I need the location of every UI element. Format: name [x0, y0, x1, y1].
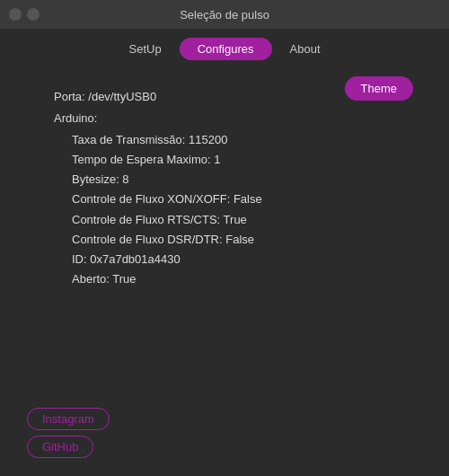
arduino-label: Arduino: [54, 109, 395, 128]
field-dsr-dtr: Controle de Fluxo DSR/DTR: False [72, 230, 395, 250]
minimize-button[interactable] [27, 8, 40, 21]
tab-about[interactable]: About [272, 38, 339, 60]
port-label: Porta: /dev/ttyUSB0 [54, 87, 395, 107]
field-xon-xoff: Controle de Fluxo XON/XOFF: False [72, 190, 395, 209]
tab-setup[interactable]: SetUp [111, 38, 180, 60]
footer-links: Instagram GitHub [27, 408, 110, 458]
instagram-button[interactable]: Instagram [27, 408, 110, 430]
field-id: ID: 0x7a7db01a4430 [72, 250, 395, 269]
field-rts-cts: Controle de Fluxo RTS/CTS: True [72, 210, 395, 230]
github-button[interactable]: GitHub [27, 436, 93, 458]
field-timeout: Tempo de Espera Maximo: 1 [72, 150, 395, 170]
window-controls [9, 8, 40, 21]
window-title: Seleção de pulso [180, 8, 269, 22]
main-content: Porta: /dev/ttyUSB0 Arduino: Taxa de Tra… [0, 69, 449, 307]
tab-configures[interactable]: Configures [180, 38, 272, 60]
close-button[interactable] [9, 8, 22, 21]
arduino-fields: Taxa de Transmissão: 115200 Tempo de Esp… [54, 130, 395, 289]
field-baud: Taxa de Transmissão: 115200 [72, 130, 395, 150]
nav-tabs: SetUp Configures About [0, 29, 449, 69]
field-open: Aberto: True [72, 269, 395, 289]
field-bytesize: Bytesize: 8 [72, 170, 395, 190]
title-bar: Seleção de pulso [0, 0, 449, 29]
